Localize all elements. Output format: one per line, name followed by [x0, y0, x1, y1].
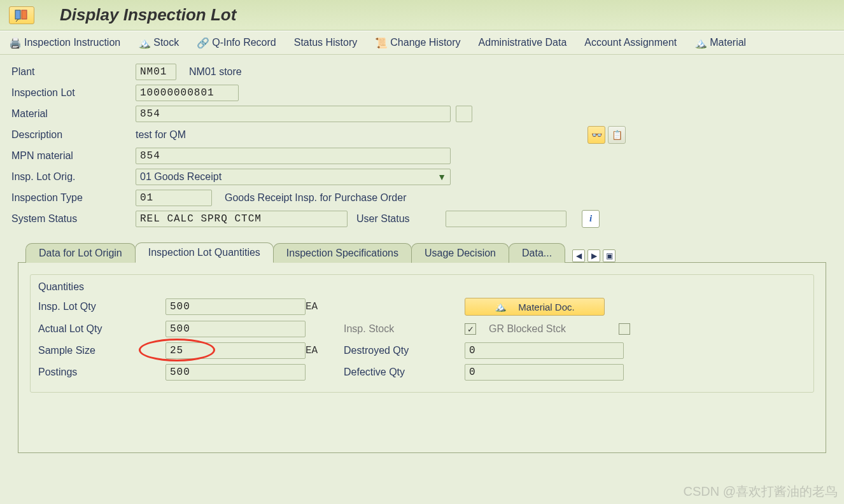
material-label: Material — [11, 108, 136, 120]
material-icon: 🏔️ — [694, 36, 707, 49]
tab-prev-button[interactable]: ◀ — [572, 249, 585, 262]
description-value: test for QM — [136, 129, 587, 141]
toolbar-label: Administrative Data — [479, 37, 567, 48]
tab-list-button[interactable]: ▣ — [603, 249, 615, 262]
toolbar-label: Inspection Instruction — [24, 37, 120, 48]
toolbar: 🖨️ Inspection Instruction 🏔️ Stock 🔗 Q-I… — [0, 31, 844, 55]
gr-blocked-checkbox[interactable] — [619, 323, 630, 335]
insp-lot-qty-label: Insp. Lot Qty — [38, 301, 162, 312]
stock-icon: 🏔️ — [138, 36, 151, 49]
postings-field[interactable]: 500 — [165, 364, 306, 381]
app-icon[interactable] — [9, 6, 34, 24]
sys-status-label: System Status — [11, 213, 136, 225]
material-doc-button[interactable]: 🏔️ Material Doc. — [465, 298, 605, 316]
tab-data-lot-origin[interactable]: Data for Lot Origin — [25, 243, 136, 263]
tab-usage-decision[interactable]: Usage Decision — [411, 243, 509, 263]
tab-bar: Data for Lot Origin Inspection Lot Quant… — [0, 229, 844, 262]
insp-lot-field[interactable]: 10000000801 — [136, 85, 239, 101]
toolbar-status-history[interactable]: Status History — [294, 37, 358, 48]
sys-status-field[interactable]: REL CALC SPRQ CTCM — [136, 211, 348, 227]
toolbar-label: Status History — [294, 37, 358, 48]
postings-label: Postings — [38, 367, 162, 378]
insp-stock-checkbox[interactable]: ✓ — [465, 323, 476, 335]
toolbar-label: Change History — [390, 37, 460, 48]
tab-inspection-lot-quantities[interactable]: Inspection Lot Quantities — [135, 242, 274, 263]
description-label: Description — [11, 129, 136, 141]
toolbar-stock[interactable]: 🏔️ Stock — [138, 36, 179, 49]
sample-size-label: Sample Size — [38, 345, 162, 356]
toolbar-inspection-instruction[interactable]: 🖨️ Inspection Instruction — [9, 36, 120, 49]
copy-icon: 📋 — [612, 130, 622, 140]
toolbar-account-assignment[interactable]: Account Assignment — [584, 37, 677, 48]
tab-list-icon: ▣ — [606, 251, 613, 260]
user-status-label: User Status — [356, 213, 446, 225]
toolbar-qinfo[interactable]: 🔗 Q-Info Record — [197, 36, 276, 49]
page-title: Display Inspection Lot — [60, 5, 236, 25]
actual-lot-qty-field[interactable]: 500 — [165, 321, 306, 337]
insp-type-text: Goods Receipt Insp. for Purchase Order — [225, 192, 406, 204]
toolbar-material[interactable]: 🏔️ Material — [694, 36, 746, 49]
header-form: Plant NM01 NM01 store Inspection Lot 100… — [0, 55, 844, 229]
tab-inspection-specifications[interactable]: Inspection Specifications — [273, 243, 412, 263]
mpn-field[interactable]: 854 — [136, 148, 451, 164]
unit-label: EA — [306, 301, 344, 312]
mpn-label: MPN material — [11, 150, 136, 162]
copy-button[interactable]: 📋 — [608, 126, 626, 144]
defective-qty-label: Defective Qty — [344, 367, 468, 378]
tab-next-button[interactable]: ▶ — [587, 249, 600, 262]
chevron-left-icon: ◀ — [576, 251, 582, 260]
insp-type-field[interactable]: 01 — [136, 190, 212, 206]
info-button[interactable]: i — [582, 210, 600, 228]
glasses-button[interactable]: 👓 — [587, 126, 605, 144]
plant-name: NM01 store — [189, 66, 242, 78]
plant-field[interactable]: NM01 — [136, 64, 176, 80]
change-history-icon: 📜 — [375, 36, 388, 49]
toolbar-label: Material — [710, 37, 746, 48]
toolbar-label: Stock — [153, 37, 179, 48]
material-doc-label: Material Doc. — [518, 302, 574, 312]
material-doc-icon: 🏔️ — [495, 301, 507, 312]
dropdown-icon: ▼ — [437, 172, 446, 182]
material-extra-field[interactable] — [456, 106, 472, 122]
user-status-field[interactable] — [446, 211, 566, 227]
tab-content: Quantities Insp. Lot Qty 500 EA 🏔️ Mater… — [18, 262, 826, 453]
actual-lot-qty-label: Actual Lot Qty — [38, 323, 162, 335]
destroyed-qty-field[interactable]: 0 — [465, 342, 624, 359]
titlebar: Display Inspection Lot — [0, 0, 844, 31]
defective-qty-field[interactable]: 0 — [465, 364, 624, 381]
svg-rect-1 — [22, 10, 27, 19]
quantities-group: Quantities Insp. Lot Qty 500 EA 🏔️ Mater… — [30, 274, 814, 393]
quantities-title: Quantities — [38, 281, 806, 293]
orig-dropdown[interactable]: 01 Goods Receipt ▼ — [136, 169, 451, 185]
glasses-icon: 👓 — [591, 130, 602, 140]
print-icon: 🖨️ — [9, 36, 22, 49]
unit-label: EA — [306, 345, 344, 356]
insp-lot-label: Inspection Lot — [11, 87, 136, 99]
info-icon: i — [589, 213, 592, 224]
insp-stock-label: Insp. Stock — [344, 323, 468, 335]
toolbar-change-history[interactable]: 📜 Change History — [375, 36, 460, 49]
toolbar-admin-data[interactable]: Administrative Data — [479, 37, 567, 48]
tab-nav: ◀ ▶ ▣ — [572, 249, 615, 262]
material-field[interactable]: 854 — [136, 106, 451, 122]
plant-label: Plant — [11, 66, 136, 78]
tab-data-more[interactable]: Data... — [509, 243, 565, 263]
destroyed-qty-label: Destroyed Qty — [344, 345, 468, 356]
insp-type-label: Inspection Type — [11, 192, 136, 204]
sample-size-field[interactable]: 25 — [165, 342, 306, 359]
chevron-right-icon: ▶ — [591, 251, 597, 260]
orig-label: Insp. Lot Orig. — [11, 171, 136, 183]
gr-blocked-label: GR Blocked Stck — [489, 323, 566, 335]
qinfo-icon: 🔗 — [197, 36, 209, 49]
toolbar-label: Account Assignment — [584, 37, 677, 48]
insp-lot-qty-field[interactable]: 500 — [165, 298, 306, 315]
toolbar-label: Q-Info Record — [212, 37, 276, 48]
watermark: CSDN @喜欢打酱油的老鸟 — [683, 483, 838, 500]
orig-value: 01 Goods Receipt — [140, 171, 222, 183]
svg-rect-0 — [15, 10, 20, 19]
